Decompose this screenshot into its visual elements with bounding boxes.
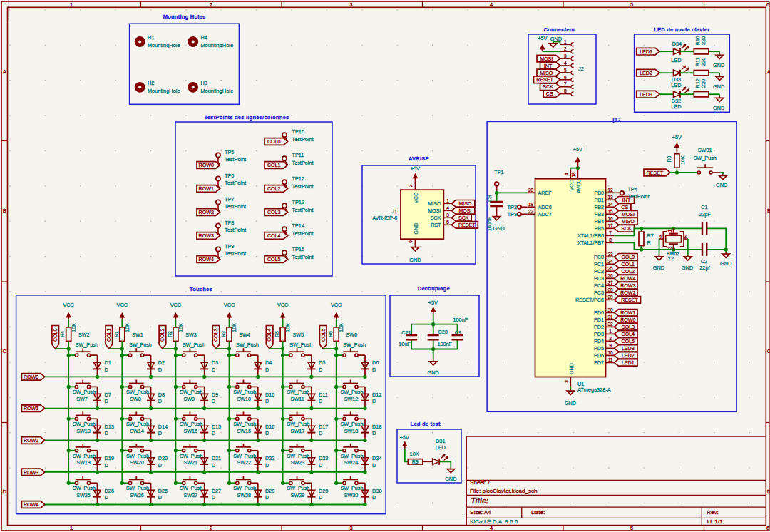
svg-text:AVCC: AVCC: [575, 179, 582, 193]
svg-text:TestPoint: TestPoint: [627, 193, 649, 200]
svg-text:GND: GND: [682, 265, 693, 271]
svg-text:COL5: COL5: [622, 339, 635, 344]
svg-text:D: D: [212, 398, 215, 404]
svg-text:D23: D23: [319, 455, 328, 461]
svg-text:SW_Push: SW_Push: [129, 342, 152, 348]
svg-text:ROW2: ROW2: [199, 210, 214, 215]
svg-text:MountingHole: MountingHole: [200, 88, 233, 94]
svg-text:Connecteur: Connecteur: [544, 26, 575, 33]
svg-text:D31: D31: [436, 438, 445, 444]
svg-text:10K: 10K: [178, 323, 183, 332]
svg-text:GND: GND: [720, 260, 732, 267]
svg-text:5: 5: [630, 525, 633, 531]
svg-text:+5V: +5V: [672, 134, 682, 140]
svg-text:COL4: COL4: [622, 332, 635, 337]
svg-text:PB1: PB1: [594, 197, 604, 203]
svg-text:D5: D5: [319, 359, 325, 366]
svg-text:Size: A4: Size: A4: [470, 509, 491, 516]
svg-text:MountingHole: MountingHole: [148, 42, 180, 48]
svg-text:3: 3: [349, 525, 352, 531]
svg-text:4: 4: [564, 61, 567, 66]
svg-text:24: 24: [607, 259, 613, 264]
svg-text:LED1: LED1: [622, 360, 635, 366]
svg-text:ROW4: ROW4: [199, 257, 214, 262]
svg-text:MountingHole: MountingHole: [148, 88, 180, 94]
svg-text:5: 5: [446, 220, 449, 225]
svg-text:22: 22: [528, 209, 534, 214]
svg-text:TP9: TP9: [225, 243, 234, 250]
svg-text:TP5: TP5: [225, 149, 234, 155]
svg-text:25: 25: [607, 266, 613, 271]
svg-text:TP10: TP10: [292, 128, 304, 135]
svg-text:MOSI: MOSI: [428, 208, 441, 214]
svg-text:PD3: PD3: [594, 331, 604, 337]
svg-text:1: 1: [70, 525, 73, 531]
svg-text:6: 6: [766, 525, 769, 531]
svg-text:2: 2: [408, 184, 413, 187]
svg-text:10K: 10K: [285, 323, 290, 332]
svg-text:SW9: SW9: [183, 396, 195, 402]
svg-text:SW_Push: SW_Push: [341, 453, 364, 459]
svg-text:A: A: [767, 68, 770, 75]
svg-text:PD7: PD7: [594, 359, 604, 366]
svg-text:D13: D13: [105, 424, 114, 430]
svg-text:9: 9: [609, 343, 612, 348]
svg-text:SW_Push: SW_Push: [341, 421, 364, 427]
svg-text:D9: D9: [212, 392, 218, 398]
svg-text:MISO: MISO: [458, 201, 472, 207]
svg-text:D: D: [767, 488, 770, 495]
svg-text:+5V: +5V: [411, 165, 420, 172]
svg-text:TP13: TP13: [292, 199, 304, 205]
svg-text:D2: D2: [158, 359, 165, 366]
svg-text:PD1: PD1: [594, 317, 604, 323]
svg-text:MISO: MISO: [428, 200, 441, 207]
svg-text:22pf: 22pf: [699, 265, 710, 271]
svg-text:SW_Push: SW_Push: [287, 453, 309, 459]
svg-text:AVR-ISP-6: AVR-ISP-6: [372, 215, 397, 221]
svg-text:13: 13: [607, 195, 613, 200]
svg-text:R: R: [647, 240, 651, 246]
svg-text:PB5: PB5: [594, 225, 604, 232]
svg-text:SW_Push: SW_Push: [73, 389, 96, 395]
svg-text:R1: R1: [114, 331, 119, 337]
svg-text:SW_Push: SW_Push: [180, 421, 202, 427]
svg-text:SW26: SW26: [130, 492, 144, 498]
svg-text:SW2: SW2: [78, 332, 90, 338]
svg-text:SW_Push: SW_Push: [233, 453, 256, 459]
svg-text:LED: LED: [436, 444, 446, 451]
svg-text:D: D: [105, 462, 108, 469]
svg-text:RESET: RESET: [621, 297, 638, 303]
svg-text:+5V: +5V: [573, 146, 582, 153]
svg-text:ROW4: ROW4: [24, 502, 38, 508]
svg-text:VCC: VCC: [568, 180, 575, 190]
svg-text:+5V: +5V: [428, 300, 438, 306]
svg-text:D24: D24: [372, 455, 381, 461]
svg-text:D: D: [372, 367, 376, 373]
svg-text:SW12: SW12: [344, 396, 359, 402]
svg-text:LED1: LED1: [640, 49, 652, 55]
svg-text:GND: GND: [413, 223, 419, 235]
svg-text:SW16: SW16: [237, 428, 252, 434]
svg-text:COL3: COL3: [622, 324, 635, 330]
svg-text:LED3: LED3: [622, 346, 635, 352]
svg-text:C2: C2: [701, 258, 707, 265]
svg-text:C9: C9: [455, 329, 461, 336]
svg-text:MISO: MISO: [622, 219, 635, 225]
svg-text:ROW1: ROW1: [24, 406, 38, 411]
svg-text:B: B: [3, 208, 6, 214]
svg-text:4: 4: [446, 205, 449, 210]
svg-text:ROW1: ROW1: [199, 186, 214, 192]
svg-text:14: 14: [607, 202, 613, 207]
svg-text:220: 220: [700, 58, 707, 66]
svg-text:SW23: SW23: [291, 459, 305, 466]
svg-text:SW5: SW5: [292, 332, 304, 338]
svg-text:D: D: [105, 494, 108, 501]
svg-text:1: 1: [609, 329, 612, 334]
svg-text:1: 1: [70, 1, 73, 8]
svg-text:D: D: [265, 462, 269, 469]
svg-text:D: D: [158, 367, 162, 373]
svg-text:SW25: SW25: [76, 492, 91, 498]
svg-text:RESET: RESET: [536, 77, 553, 83]
svg-text:GND: GND: [713, 62, 724, 68]
svg-text:220: 220: [700, 36, 707, 45]
